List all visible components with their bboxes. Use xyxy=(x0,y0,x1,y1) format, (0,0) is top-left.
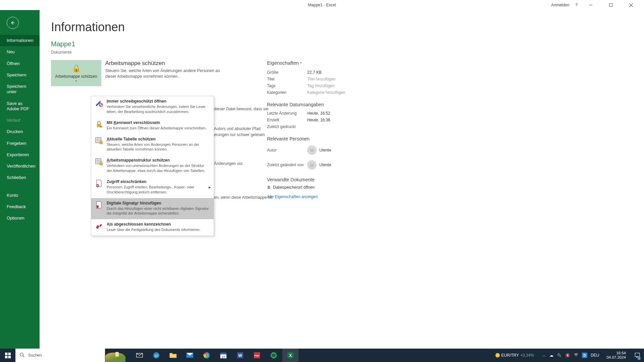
close-button[interactable] xyxy=(624,0,638,10)
property-value[interactable]: Kategorie hinzufügen xyxy=(307,90,345,95)
property-label: Zuletzt gedruckt xyxy=(267,124,307,129)
svg-rect-5 xyxy=(100,141,103,144)
currency-widget[interactable]: 🪙 EUR/TRY +0,34% xyxy=(495,353,534,358)
menu-item-desc: Leser über die Fertigstellung des Dokume… xyxy=(107,227,210,232)
backstage-content: Informationen Mappe1 Dokumente 🔒 Arbeits… xyxy=(40,10,644,349)
modified-by-label: Zuletzt geändert von xyxy=(267,163,307,167)
protect-workbook-menu: Immer schreibgeschützt öffnenVerhindern … xyxy=(91,96,214,236)
document-name: Mappe1 xyxy=(51,40,633,48)
help-button[interactable]: ? xyxy=(575,3,578,7)
truncated-text: dieser Datei bewusst, dass sie xyxy=(214,106,268,112)
mail-icon[interactable] xyxy=(182,349,198,362)
svg-point-3 xyxy=(100,126,102,127)
pdf-icon[interactable]: PDF xyxy=(249,349,265,362)
nav-item-freigeben[interactable]: Freigeben xyxy=(0,138,40,149)
nav-item-schließen[interactable]: Schließen xyxy=(0,172,40,183)
onedrive-icon[interactable]: ☁ xyxy=(549,353,553,358)
nav-item-exportieren[interactable]: Exportieren xyxy=(0,149,40,161)
taskbar-search[interactable]: Suchen xyxy=(15,349,105,362)
svg-rect-13 xyxy=(5,356,7,358)
show-all-properties-link[interactable]: Alle Eigenschaften anzeigen xyxy=(267,194,318,199)
spotify-icon[interactable] xyxy=(266,349,282,362)
task-view-button[interactable] xyxy=(131,349,148,362)
nav-item-konto[interactable]: Konto xyxy=(0,190,40,201)
menu-item-pencil-block[interactable]: Immer schreibgeschützt öffnenVerhindern … xyxy=(91,96,214,118)
property-row: KategorienKategorie hinzufügen xyxy=(267,89,345,96)
menu-item-lock-key[interactable]: Mit Kennwort verschlüsselnEin Kennwort z… xyxy=(91,118,214,134)
language-indicator[interactable]: DEU xyxy=(591,353,599,358)
menu-item-title: Mit Kennwort verschlüsseln xyxy=(107,120,210,125)
nav-item-speichern-unter[interactable]: Speichern unter xyxy=(0,81,40,98)
protect-heading: Arbeitsmappe schützen xyxy=(105,60,226,67)
nav-item-informationen[interactable]: Informationen xyxy=(0,35,40,46)
nav-item-feedback[interactable]: Feedback xyxy=(0,201,40,213)
excel-icon[interactable]: X xyxy=(282,349,299,362)
svg-point-10 xyxy=(97,205,99,207)
submenu-arrow-icon: ▶ xyxy=(209,186,211,189)
svg-rect-11 xyxy=(5,353,7,355)
svg-point-15 xyxy=(20,353,23,356)
sheet-lock-icon xyxy=(95,158,103,167)
svg-text:X: X xyxy=(289,353,292,358)
property-value: Heute, 16:52 xyxy=(307,111,330,116)
action-center-button[interactable]: 2 xyxy=(633,349,642,362)
chevron-up-icon[interactable]: ︿ xyxy=(542,353,546,358)
svg-point-21 xyxy=(206,354,208,356)
menu-item-desc: Verhindern Sie versehentliche Änderungen… xyxy=(107,104,210,114)
author-name[interactable]: Utente xyxy=(319,148,331,153)
wifi-icon[interactable] xyxy=(574,353,579,358)
nav-item-neu[interactable]: Neu xyxy=(0,46,40,58)
maximize-button[interactable] xyxy=(604,0,618,10)
sign-in-button[interactable]: Anmelden xyxy=(551,3,569,7)
property-row: TagsTag hinzufügen xyxy=(267,82,345,89)
volume-muted-icon[interactable]: 🔇 xyxy=(565,353,570,358)
start-button[interactable] xyxy=(0,349,15,362)
tray-app-icon[interactable]: D xyxy=(582,353,587,358)
nav-item-veröffentlichen[interactable]: Veröffentlichen xyxy=(0,161,40,172)
document-path[interactable]: Dokumente xyxy=(51,50,633,55)
properties-pane: Eigenschaften ▾ Größe22,7 KBTitelTitel h… xyxy=(267,60,345,199)
edge-icon[interactable] xyxy=(148,349,164,362)
date-row: Zuletzt gedruckt xyxy=(267,123,345,130)
nav-item-drucken[interactable]: Drucken xyxy=(0,126,40,137)
open-file-location[interactable]: 🗎 Dateispeicherort öffnen xyxy=(267,185,345,190)
chrome-icon[interactable] xyxy=(199,349,215,362)
menu-item-sheet-lock[interactable]: Aktuelle Tabelle schützenSteuern, welche… xyxy=(91,134,214,156)
file-explorer-icon[interactable] xyxy=(165,349,181,362)
nav-item-optionen[interactable]: Optionen xyxy=(0,213,40,224)
properties-header[interactable]: Eigenschaften ▾ xyxy=(267,60,345,66)
nav-item-speichern[interactable]: Speichern xyxy=(0,69,40,81)
word-icon[interactable]: W xyxy=(232,349,248,362)
protect-desc: Steuern Sie, welche Arten von Änderungen… xyxy=(105,68,226,80)
minimize-button[interactable] xyxy=(584,0,598,10)
property-label: Erstellt xyxy=(267,118,307,122)
menu-item-doc-deny[interactable]: Zugriff einschränkenPersonen Zugriff ert… xyxy=(91,177,214,198)
nav-item-save-as-adobe-pdf[interactable]: Save as Adobe PDF xyxy=(0,98,40,115)
property-value[interactable]: Titel hinzufügen xyxy=(307,77,335,81)
menu-item-desc: Durch das Hinzufügen einer nicht sichtba… xyxy=(107,206,210,216)
nav-item-öffnen[interactable]: Öffnen xyxy=(0,58,40,69)
svg-rect-7 xyxy=(100,163,103,165)
property-row: TitelTitel hinzufügen xyxy=(267,76,345,82)
chevron-down-icon: ▾ xyxy=(300,61,302,64)
clock[interactable]: 16:54 04.07.2024 xyxy=(606,351,626,360)
menu-item-doc-ribbon[interactable]: Digitale Signatur hinzufügenDurch das Hi… xyxy=(91,198,214,220)
protect-workbook-button[interactable]: 🔒 Arbeitsmappe schützen ▾ xyxy=(51,60,101,86)
property-value[interactable]: Tag hinzufügen xyxy=(307,83,334,88)
taskbar-scenic-icon[interactable] xyxy=(105,349,131,362)
title-bar: Mappe1 - Excel Anmelden ? xyxy=(0,0,644,10)
coins-icon: 🪙 xyxy=(495,353,500,358)
document-icon: 🗎 xyxy=(267,185,271,190)
svg-rect-12 xyxy=(8,353,10,355)
svg-rect-14 xyxy=(8,356,10,358)
back-button[interactable] xyxy=(7,17,19,29)
menu-item-title: Aktuelle Tabelle schützen xyxy=(107,137,210,141)
menu-item-sheet-lock[interactable]: Arbeitsmappenstruktur schützenVerhindern… xyxy=(91,155,214,177)
related-docs-header: Verwandte Dokumente xyxy=(267,177,345,182)
avatar: U xyxy=(307,145,317,155)
power-icon[interactable]: 🔌 xyxy=(557,353,562,358)
people-header: Relevante Personen xyxy=(267,136,345,141)
menu-item-stamp[interactable]: Als abgeschlossen kennzeichnenLeser über… xyxy=(91,219,214,236)
calendar-icon[interactable]: 17 xyxy=(215,349,231,362)
protect-workbook-label: Arbeitsmappe schützen xyxy=(55,74,97,79)
